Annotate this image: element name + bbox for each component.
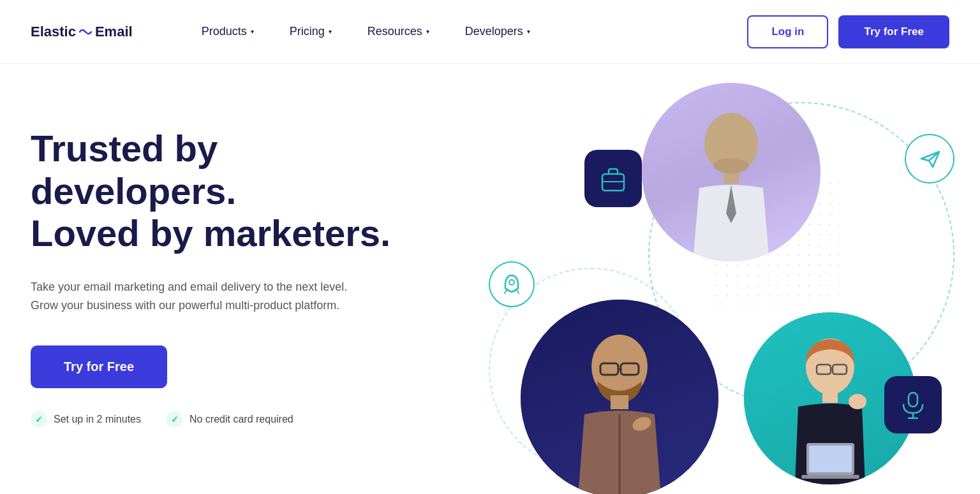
svg-rect-23: [909, 393, 917, 407]
nav-item-resources[interactable]: Resources ▾: [350, 20, 447, 43]
navbar: Elastic Email Products ▾ Pricing ▾ Resou…: [0, 0, 980, 64]
svg-rect-16: [809, 446, 852, 472]
svg-rect-17: [801, 475, 859, 479]
hero-content: Trusted by developers. Loved by marketer…: [31, 102, 413, 428]
svg-rect-14: [822, 391, 838, 403]
try-for-free-nav-button[interactable]: Try for Free: [838, 15, 949, 48]
svg-point-18: [849, 394, 866, 409]
nav-products-label: Products: [202, 25, 247, 38]
nav-item-developers[interactable]: Developers ▾: [447, 20, 548, 43]
nav-pricing-label: Pricing: [290, 25, 325, 38]
try-for-free-hero-button[interactable]: Try for Free: [31, 345, 167, 388]
logo-icon: [78, 27, 93, 36]
chevron-down-icon: ▾: [426, 28, 429, 35]
badge-setup: ✓ Set up in 2 minutes: [31, 411, 141, 428]
hero-title-line2: Loved by marketers.: [31, 212, 390, 254]
check-icon-setup: ✓: [31, 411, 47, 428]
svg-point-2: [713, 158, 749, 173]
chevron-down-icon: ▾: [527, 28, 530, 35]
briefcase-icon-float: [584, 150, 642, 207]
logo-text-part2: Email: [95, 24, 133, 40]
badge-no-card: ✓ No credit card required: [167, 411, 293, 428]
logo[interactable]: Elastic Email: [31, 24, 133, 40]
person-circle-top: [642, 83, 820, 261]
svg-point-22: [509, 280, 514, 285]
chevron-down-icon: ▾: [329, 28, 332, 35]
person-circle-bottom-left: [521, 300, 718, 494]
microphone-icon-float: [884, 376, 942, 433]
login-button[interactable]: Log in: [747, 15, 828, 48]
nav-links: Products ▾ Pricing ▾ Resources ▾ Develop…: [184, 20, 748, 43]
send-icon-float: [905, 134, 954, 184]
svg-rect-7: [611, 395, 628, 409]
check-icon-no-card: ✓: [167, 411, 183, 428]
hero-title-line1: Trusted by developers.: [31, 127, 236, 212]
badge-setup-text: Set up in 2 minutes: [54, 414, 141, 425]
hero-title: Trusted by developers. Loved by marketer…: [31, 127, 413, 255]
hero-subtitle: Take your email marketing and email deli…: [31, 278, 362, 315]
badge-no-card-text: No credit card required: [189, 414, 293, 425]
chevron-down-icon: ▾: [251, 28, 254, 35]
nav-actions: Log in Try for Free: [747, 15, 949, 48]
hero-illustration: [470, 64, 980, 494]
logo-text-part1: Elastic: [31, 24, 76, 40]
hero-section: Trusted by developers. Loved by marketer…: [0, 64, 980, 494]
nav-item-pricing[interactable]: Pricing ▾: [272, 20, 350, 43]
nav-developers-label: Developers: [465, 25, 523, 38]
nav-resources-label: Resources: [368, 25, 422, 38]
hero-badges: ✓ Set up in 2 minutes ✓ No credit card r…: [31, 411, 413, 428]
nav-item-products[interactable]: Products ▾: [184, 20, 272, 43]
rocket-icon-float: [489, 261, 535, 307]
